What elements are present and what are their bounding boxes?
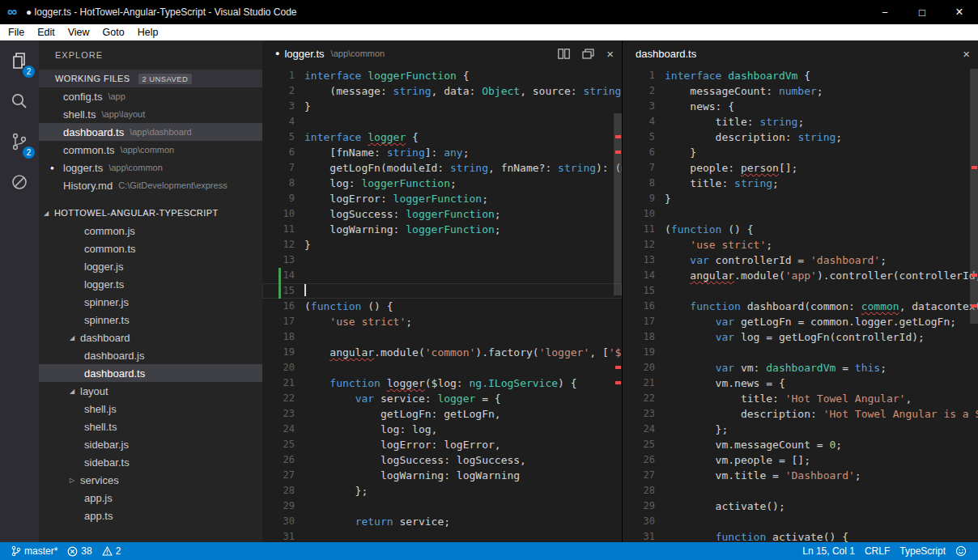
line-number[interactable]: 12 [262,237,295,252]
git-icon[interactable]: 2 [0,121,39,162]
maximize-button[interactable]: □ [904,0,941,24]
code-line[interactable]: 1interface dashboardVm { [623,68,978,83]
code-line[interactable]: 18 [262,329,622,345]
close-editor-icon[interactable]: × [963,48,970,60]
menu-goto[interactable]: Goto [96,24,131,40]
code-line[interactable]: 10 [623,206,978,222]
code-line[interactable]: 30 [623,514,978,529]
line-number[interactable]: 5 [262,129,295,145]
line-number[interactable]: 30 [623,514,655,529]
open-to-side-icon[interactable] [582,49,594,59]
line-number[interactable]: 23 [262,406,295,422]
line-number[interactable]: 2 [623,83,655,99]
line-number[interactable]: 5 [623,129,655,145]
line-number[interactable]: 26 [262,452,295,468]
code-line[interactable]: 4 title: string; [623,114,978,129]
debug-icon[interactable] [0,162,39,202]
line-number[interactable]: 20 [623,360,655,375]
code-line[interactable]: 4 [262,114,622,129]
code-line[interactable]: 18 var log = getLogFn(controllerId); [623,329,978,345]
tree-item-shell.ts[interactable]: shell.ts [39,418,262,435]
line-number[interactable]: 25 [262,437,295,452]
line-number[interactable]: 7 [623,160,655,176]
tree-item-sidebar.js[interactable]: sidebar.js [39,435,262,453]
search-icon[interactable] [0,81,39,121]
line-number[interactable]: 3 [262,99,295,114]
working-file-dashboard.ts[interactable]: ●dashboard.ts\app\dashboard [39,123,262,141]
close-button[interactable]: × [941,0,978,24]
tree-item-app.ts[interactable]: app.ts [39,507,262,524]
code-line[interactable]: 21 vm.news = { [623,375,978,391]
line-number[interactable]: 15 [623,283,655,299]
explorer-icon[interactable]: 2 [0,40,39,81]
line-number[interactable]: 4 [623,114,655,129]
line-number[interactable]: 29 [262,498,295,514]
code-line[interactable]: 24 log: log, [262,422,622,437]
line-number[interactable]: 8 [262,176,295,191]
line-number[interactable]: 18 [623,329,655,345]
line-number[interactable]: 18 [262,329,295,345]
split-editor-icon[interactable] [558,49,570,59]
code-line[interactable]: 16 function dashboard(common: common, da… [623,299,978,314]
line-number[interactable]: 31 [262,529,295,542]
menu-view[interactable]: View [62,24,96,40]
working-file-logger.ts[interactable]: ●logger.ts\app\common [39,159,262,176]
working-file-common.ts[interactable]: ●common.ts\app\common [39,141,262,159]
line-number[interactable]: 28 [623,483,655,498]
code-line[interactable]: 21 function logger($log: ng.ILogService)… [262,375,622,391]
line-number[interactable]: 30 [262,514,295,529]
line-number[interactable]: 8 [623,176,655,191]
code-line[interactable]: 26 vm.people = []; [623,452,978,468]
menu-help[interactable]: Help [131,24,165,40]
code-line[interactable]: 27 logWarning: logWarning [262,468,622,483]
line-number[interactable]: 21 [623,375,655,391]
code-line[interactable]: 20 [262,360,622,375]
line-number[interactable]: 17 [623,314,655,329]
line-number[interactable]: 9 [262,191,295,206]
eol-indicator[interactable]: CRLF [860,542,895,560]
tree-item-common.ts[interactable]: common.ts [39,240,262,257]
language-mode[interactable]: TypeScript [895,542,950,560]
menu-file[interactable]: File [2,24,31,40]
line-number[interactable]: 10 [623,206,655,222]
code-line[interactable]: 24 }; [623,422,978,437]
code-line[interactable]: 20 var vm: dashboardVm = this; [623,360,978,375]
code-line[interactable]: 17 var getLogFn = common.logger.getLogFn… [623,314,978,329]
line-number[interactable]: 20 [262,360,295,375]
line-number[interactable]: 16 [623,299,655,314]
editor-tab-logger[interactable]: ● logger.ts \app\common [262,40,622,66]
code-line[interactable]: 15 [623,283,978,299]
code-line[interactable]: 25 logError: logError, [262,437,622,452]
line-number[interactable]: 6 [623,145,655,160]
line-number[interactable]: 19 [623,345,655,360]
tree-item-spinner.js[interactable]: spinner.js [39,293,262,311]
tree-header[interactable]: ◢ HOTTOWEL-ANGULAR-TYPESCRIPT [39,204,262,222]
line-number[interactable]: 21 [262,375,295,391]
line-number[interactable]: 23 [623,406,655,422]
code-line[interactable]: 25 vm.messageCount = 0; [623,437,978,452]
code-line[interactable]: 12} [262,237,622,252]
code-line[interactable]: 11 logWarning: loggerFunction; [262,222,622,237]
line-number[interactable]: 29 [623,498,655,514]
code-line[interactable]: 3 news: { [623,99,978,114]
line-number[interactable]: 17 [262,314,295,329]
tree-item-dashboard.js[interactable]: dashboard.js [39,346,262,364]
line-number[interactable]: 1 [262,68,295,83]
minimize-button[interactable]: − [866,0,904,24]
code-line[interactable]: 11(function () { [623,222,978,237]
code-line[interactable]: 28 }; [262,483,622,498]
feedback-smiley-icon[interactable] [950,542,972,560]
line-number[interactable]: 7 [262,160,295,176]
close-editor-icon[interactable]: × [606,48,614,60]
git-branch-status[interactable]: master* [6,542,62,560]
code-line[interactable]: 5interface logger { [262,129,622,145]
code-line[interactable]: 13 var controllerId = 'dashboard'; [623,252,978,268]
errors-status[interactable]: 38 [62,542,96,560]
code-line[interactable]: 7 people: person[]; [623,160,978,176]
line-number[interactable]: 14 [623,268,655,283]
line-number[interactable]: 26 [623,452,655,468]
tree-item-common.js[interactable]: common.js [39,222,262,240]
code-line[interactable]: 22 var service: logger = { [262,391,622,406]
code-line[interactable]: 10 logSuccess: loggerFunction; [262,206,622,222]
line-number[interactable]: 22 [623,391,655,406]
